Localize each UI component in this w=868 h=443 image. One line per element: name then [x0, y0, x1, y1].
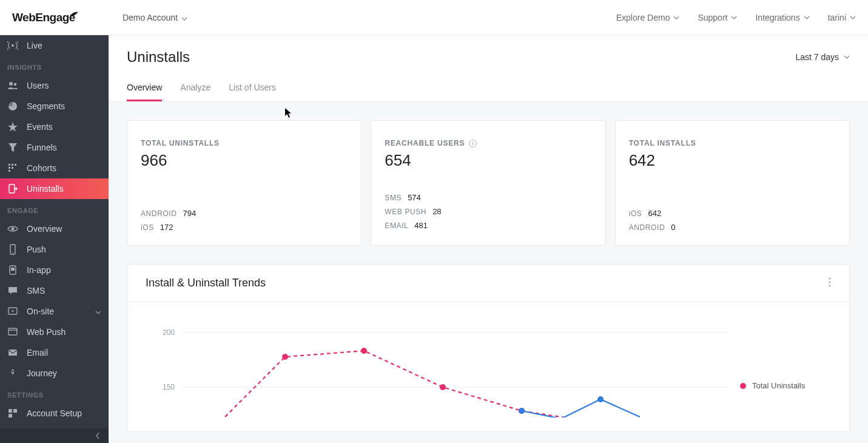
nav-user-menu[interactable]: tarini: [828, 13, 856, 22]
breakdown-value: 794: [183, 209, 197, 218]
tab-list-of-users[interactable]: List of Users: [229, 83, 276, 101]
chart-options-button[interactable]: [829, 277, 831, 289]
svg-point-34: [597, 396, 604, 402]
segments-icon: [7, 101, 18, 112]
sidebar-item-account-setup[interactable]: Account Setup: [0, 403, 109, 424]
tab-analyze[interactable]: Analyze: [180, 83, 210, 101]
breakdown-label: ANDROID: [141, 209, 177, 218]
sidebar-item-users[interactable]: Users: [0, 75, 109, 96]
brand-text: WebEngage: [12, 11, 75, 24]
breakdown-value: 642: [648, 209, 661, 218]
topnav: Explore Demo Support Integrations tarini: [616, 13, 856, 22]
sidebar-item-label: In-app: [27, 265, 51, 275]
sidebar-item-label: Cohorts: [27, 163, 56, 173]
sidebar-item-push[interactable]: Push: [0, 239, 109, 260]
nav-explore-demo[interactable]: Explore Demo: [616, 13, 680, 22]
sidebar-item-label: Web Push: [27, 327, 66, 337]
chevron-down-icon: [850, 16, 856, 19]
page-header: Uninstalls Last 7 days Overview Analyze …: [109, 35, 868, 102]
sidebar-item-label: Journey: [27, 368, 57, 378]
bird-icon: [69, 8, 79, 21]
nav-explore-label: Explore Demo: [616, 13, 670, 22]
nav-integrations[interactable]: Integrations: [755, 13, 809, 22]
sidebar-item-label: Uninstalls: [27, 184, 64, 194]
push-icon: [7, 244, 18, 255]
chart-panel: Install & Uninstall Trends 200 150: [127, 264, 850, 432]
sidebar-collapse-button[interactable]: [0, 428, 109, 443]
y-tick: 200: [163, 328, 175, 337]
sidebar-item-segments[interactable]: Segments: [0, 96, 109, 117]
date-range-filter[interactable]: Last 7 days: [795, 52, 850, 62]
svg-point-20: [12, 371, 14, 373]
email-icon: [7, 347, 18, 358]
sidebar-item-webpush[interactable]: Web Push: [0, 322, 109, 342]
chevron-down-icon: [844, 55, 850, 59]
svg-point-26: [829, 285, 831, 287]
svg-rect-9: [9, 184, 15, 193]
sidebar-item-engage-overview[interactable]: Overview: [0, 218, 109, 239]
svg-rect-7: [12, 167, 13, 169]
sidebar-item-live[interactable]: Live: [0, 35, 109, 56]
card-value: 966: [141, 151, 348, 170]
card-total-installs: TOTAL INSTALLS 642 iOS642 ANDROID0: [615, 120, 850, 246]
svg-rect-17: [8, 328, 17, 335]
sidebar-item-inapp[interactable]: In-app: [0, 260, 109, 280]
sidebar-item-journey[interactable]: Journey: [0, 363, 109, 384]
svg-rect-14: [11, 268, 15, 271]
breakdown-value: 28: [432, 207, 441, 216]
svg-rect-22: [13, 409, 17, 413]
chevron-down-icon: [95, 306, 101, 316]
events-icon: [7, 121, 18, 132]
chevron-down-icon: [731, 16, 737, 19]
chart-plot-area: 200 150: [146, 314, 728, 419]
svg-rect-5: [15, 164, 16, 166]
nav-support[interactable]: Support: [698, 13, 737, 22]
topbar: WebEngage Demo Account Explore Demo Supp…: [0, 0, 868, 35]
sidebar-item-events[interactable]: Events: [0, 117, 109, 137]
breakdown-value: 481: [414, 221, 428, 230]
sidebar-section-insights: INSIGHTS: [0, 56, 109, 75]
card-label-text: REACHABLE USERS: [385, 139, 465, 147]
sidebar-item-label: Funnels: [27, 143, 57, 152]
sidebar-item-funnels[interactable]: Funnels: [0, 137, 109, 158]
inapp-icon: [7, 265, 18, 276]
breakdown-label: EMAIL: [385, 222, 408, 230]
svg-point-1: [9, 82, 13, 86]
card-reachable-users: REACHABLE USERS 654 SMS574 WEB PUSH28 EM…: [371, 120, 605, 246]
breakdown-label: ANDROID: [629, 223, 665, 232]
svg-rect-3: [8, 164, 10, 166]
svg-point-33: [519, 408, 525, 414]
sidebar: Live INSIGHTS Users Segments Events Funn…: [0, 35, 109, 443]
info-icon[interactable]: [469, 140, 477, 147]
svg-point-16: [12, 310, 14, 312]
sidebar-item-label: SMS: [27, 286, 45, 296]
nav-integrations-label: Integrations: [755, 13, 799, 22]
breakdown-label: iOS: [629, 209, 642, 218]
sidebar-section-settings: SETTINGS: [0, 384, 109, 403]
tabs: Overview Analyze List of Users: [127, 83, 850, 101]
sidebar-item-uninstalls[interactable]: Uninstalls: [0, 178, 109, 199]
card-value: 642: [629, 151, 836, 170]
svg-point-31: [440, 384, 446, 390]
users-icon: [7, 80, 18, 91]
svg-point-25: [829, 282, 831, 283]
uninstall-icon: [7, 183, 18, 194]
legend-item-uninstalls[interactable]: Total Uninstalls: [740, 381, 831, 390]
tab-overview[interactable]: Overview: [127, 83, 162, 101]
account-switcher[interactable]: Demo Account: [123, 13, 187, 22]
sidebar-item-email[interactable]: Email: [0, 342, 109, 363]
sidebar-item-cohorts[interactable]: Cohorts: [0, 158, 109, 178]
svg-point-12: [12, 252, 13, 254]
svg-point-29: [282, 354, 288, 360]
card-label: TOTAL INSTALLS: [629, 139, 836, 147]
sidebar-item-onsite[interactable]: On-site: [0, 301, 109, 322]
sidebar-item-sms[interactable]: SMS: [0, 280, 109, 301]
sidebar-item-label: Push: [27, 245, 46, 254]
date-range-label: Last 7 days: [795, 52, 839, 62]
sidebar-item-label: Segments: [27, 101, 65, 111]
svg-point-24: [829, 278, 831, 280]
card-label: TOTAL UNINSTALLS: [141, 139, 348, 147]
brand-logo: WebEngage: [12, 11, 75, 24]
card-total-uninstalls: TOTAL UNINSTALLS 966 ANDROID794 iOS172: [127, 120, 362, 246]
sidebar-item-label: Email: [27, 348, 48, 357]
